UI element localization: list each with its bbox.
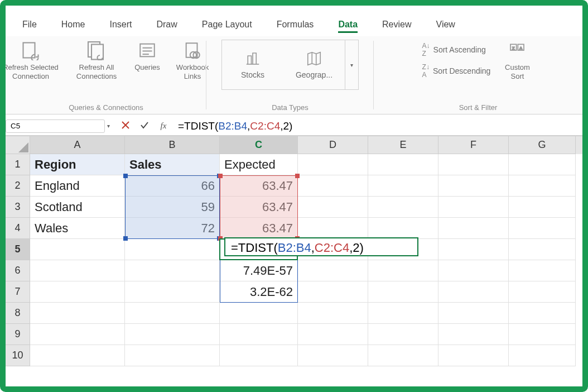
cell-B4[interactable]: 72 [125, 218, 220, 239]
colhdr-C[interactable]: C [220, 136, 298, 154]
cell-F1[interactable] [438, 154, 509, 175]
cell-A5[interactable] [30, 239, 125, 260]
cell-A1[interactable]: Region [30, 154, 125, 175]
cell-D3[interactable] [298, 197, 368, 218]
sort-descending-button[interactable]: Z↓A Sort Descending [422, 63, 491, 79]
cell-G5[interactable] [509, 239, 576, 260]
cell-G6[interactable] [509, 260, 576, 281]
rowhdr-8[interactable]: 8 [6, 303, 30, 324]
tab-draw[interactable]: Draw [144, 15, 189, 36]
tab-view[interactable]: View [424, 15, 467, 36]
cell-F9[interactable] [438, 324, 509, 345]
cell-D6[interactable] [298, 260, 368, 281]
cell-B3[interactable]: 59 [125, 197, 220, 218]
datatype-geography[interactable]: Geograp... [283, 40, 345, 89]
cell-F7[interactable] [438, 281, 509, 303]
cell-G2[interactable] [509, 175, 576, 197]
cell-D2[interactable] [298, 175, 368, 197]
refresh-all-button[interactable]: Refresh All Connections [71, 40, 122, 82]
cell-E2[interactable] [368, 175, 438, 197]
sort-ascending-button[interactable]: A↓Z Sort Ascending [422, 42, 491, 58]
in-cell-formula-editor[interactable]: =TDIST(B2:B4,C2:C4,2) [224, 237, 418, 256]
cell-B5[interactable] [125, 239, 220, 260]
cell-G10[interactable] [509, 345, 576, 366]
cell-F2[interactable] [438, 175, 509, 197]
cell-C9[interactable] [220, 324, 298, 345]
cell-D1[interactable] [298, 154, 368, 175]
rowhdr-7[interactable]: 7 [6, 281, 30, 303]
colhdr-E[interactable]: E [368, 136, 438, 154]
tab-formulas[interactable]: Formulas [264, 15, 326, 36]
tab-file[interactable]: File [10, 15, 49, 36]
cell-E3[interactable] [368, 197, 438, 218]
cell-C10[interactable] [220, 345, 298, 366]
colhdr-A[interactable]: A [30, 136, 125, 154]
cell-B6[interactable] [125, 260, 220, 281]
colhdr-G[interactable]: G [509, 136, 576, 154]
cell-A6[interactable] [30, 260, 125, 281]
cell-E1[interactable] [368, 154, 438, 175]
rowhdr-2[interactable]: 2 [6, 175, 30, 197]
insert-function-button[interactable]: fx [158, 121, 169, 131]
cell-C7[interactable]: 3.2E-62 [220, 281, 298, 303]
cell-A8[interactable] [30, 303, 125, 324]
tab-data[interactable]: Data [326, 15, 370, 36]
cell-D7[interactable] [298, 281, 368, 303]
cell-B2[interactable]: 66 [125, 175, 220, 197]
rowhdr-4[interactable]: 4 [6, 218, 30, 239]
cell-A4[interactable]: Wales [30, 218, 125, 239]
cell-B1[interactable]: Sales [125, 154, 220, 175]
queries-button[interactable]: Queries [132, 40, 163, 72]
rowhdr-10[interactable]: 10 [6, 345, 30, 366]
rowhdr-5[interactable]: 5 [6, 239, 30, 260]
cancel-formula-button[interactable] [120, 121, 131, 131]
tab-page-layout[interactable]: Page Layout [190, 15, 264, 36]
tab-home[interactable]: Home [49, 15, 98, 36]
cell-C1[interactable]: Expected [220, 154, 298, 175]
cell-A3[interactable]: Scotland [30, 197, 125, 218]
select-all-corner[interactable] [6, 136, 30, 154]
custom-sort-button[interactable]: ZA Custom Sort [500, 40, 534, 82]
rowhdr-6[interactable]: 6 [6, 260, 30, 281]
cell-F3[interactable] [438, 197, 509, 218]
rowhdr-9[interactable]: 9 [6, 324, 30, 345]
cell-G1[interactable] [509, 154, 576, 175]
cell-E7[interactable] [368, 281, 438, 303]
cell-G3[interactable] [509, 197, 576, 218]
cell-E8[interactable] [368, 303, 438, 324]
cell-F8[interactable] [438, 303, 509, 324]
cell-B7[interactable] [125, 281, 220, 303]
cell-B8[interactable] [125, 303, 220, 324]
cell-E4[interactable] [368, 218, 438, 239]
cell-D9[interactable] [298, 324, 368, 345]
tab-review[interactable]: Review [370, 15, 423, 36]
cell-G8[interactable] [509, 303, 576, 324]
rowhdr-3[interactable]: 3 [6, 197, 30, 218]
cell-F10[interactable] [438, 345, 509, 366]
cell-A9[interactable] [30, 324, 125, 345]
cell-C6[interactable]: 7.49E-57 [220, 260, 298, 281]
cell-A10[interactable] [30, 345, 125, 366]
cell-D10[interactable] [298, 345, 368, 366]
datatype-stocks[interactable]: Stocks [222, 40, 283, 89]
cell-A7[interactable] [30, 281, 125, 303]
colhdr-B[interactable]: B [125, 136, 220, 154]
cell-F4[interactable] [438, 218, 509, 239]
cell-F5[interactable] [438, 239, 509, 260]
cell-F6[interactable] [438, 260, 509, 281]
cell-D4[interactable] [298, 218, 368, 239]
refresh-selected-button[interactable]: Refresh Selected Connection [0, 40, 61, 82]
cell-C8[interactable] [220, 303, 298, 324]
cell-G4[interactable] [509, 218, 576, 239]
cell-A2[interactable]: England [30, 175, 125, 197]
cell-D8[interactable] [298, 303, 368, 324]
cell-B9[interactable] [125, 324, 220, 345]
colhdr-F[interactable]: F [438, 136, 509, 154]
formula-bar[interactable]: =TDIST(B2:B4,C2:C4,2) [175, 119, 582, 133]
cell-E6[interactable] [368, 260, 438, 281]
cell-C4[interactable]: 63.47 [220, 218, 298, 239]
cell-B10[interactable] [125, 345, 220, 366]
colhdr-D[interactable]: D [298, 136, 368, 154]
namebox-dropdown-icon[interactable]: ▾ [107, 123, 110, 129]
cell-C3[interactable]: 63.47 [220, 197, 298, 218]
